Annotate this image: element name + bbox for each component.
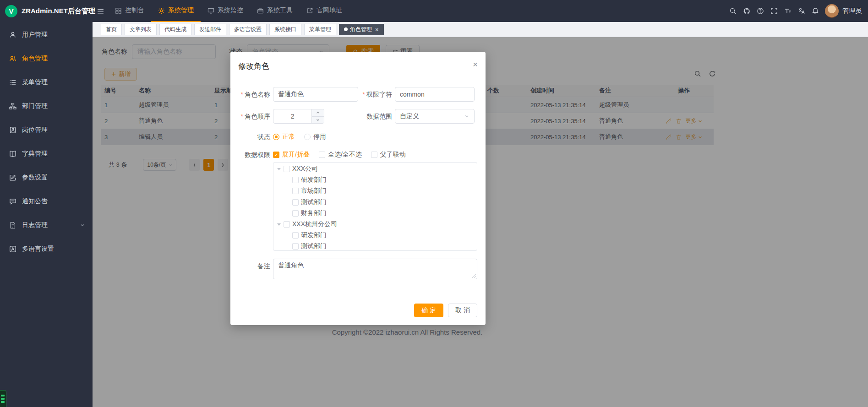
tab-articles[interactable]: 文章列表 [125, 24, 157, 35]
select-all-checkbox[interactable]: 全选/全不选 [319, 151, 362, 159]
tree-node-label: 市场部门 [301, 187, 327, 195]
tab-codegen[interactable]: 代码生成 [159, 24, 191, 35]
devtools-badge[interactable] [0, 390, 6, 407]
tree-node-label: XXX杭州分公司 [292, 220, 337, 228]
list-icon [9, 79, 16, 86]
tree-checkbox[interactable] [284, 166, 290, 172]
topnav-item-tools[interactable]: 系统工具 [250, 0, 300, 22]
github-button[interactable] [740, 0, 753, 22]
avatar[interactable] [825, 4, 839, 18]
remark-textarea[interactable]: 普通角色 [273, 259, 477, 279]
header-search-button[interactable] [726, 0, 740, 22]
tree-checkbox[interactable] [292, 210, 299, 217]
sidebar-item-departments[interactable]: 部门管理 [0, 94, 93, 118]
sidebar-item-label: 多语言设置 [22, 245, 54, 253]
tree-node-label: 财务部门 [301, 209, 327, 217]
tree-node[interactable]: 测试部门 [273, 197, 477, 208]
sidebar-item-i18n[interactable]: 多语言设置 [0, 237, 93, 261]
sidebar-item-users[interactable]: 用户管理 [0, 23, 93, 47]
tree-node-label: 测试部门 [301, 198, 327, 206]
chevron-down-icon [316, 118, 320, 122]
caret-down-icon[interactable] [277, 168, 281, 172]
notifications-button[interactable] [808, 0, 822, 22]
role-name-field[interactable]: 普通角色 [273, 87, 358, 102]
sidebar-menu: 用户管理 角色管理 菜单管理 部门管理 岗位管理 字典管理 参数设置 通知公告 [0, 22, 93, 261]
search-icon [729, 7, 737, 15]
tree-checkbox[interactable] [284, 221, 290, 228]
expand-collapse-checkbox[interactable]: ✓展开/折叠 [273, 151, 310, 159]
sidebar-item-notices[interactable]: 通知公告 [0, 190, 93, 213]
language-button[interactable] [795, 0, 808, 22]
topnav-item-label: 系统管理 [168, 6, 194, 15]
edit-square-icon [9, 174, 16, 181]
id-badge-icon [9, 126, 16, 134]
topnav-item-monitor[interactable]: 系统监控 [201, 0, 250, 22]
tree-checkbox[interactable] [292, 232, 299, 239]
topnav-item-website[interactable]: 官网地址 [300, 0, 349, 22]
app-logo[interactable]: V ZRAdmin.NET后台管理 [0, 0, 93, 22]
topnav-item-label: 系统工具 [267, 6, 293, 15]
decrease-button[interactable] [312, 117, 324, 124]
tree-checkbox[interactable] [292, 188, 299, 194]
help-button[interactable] [753, 0, 767, 22]
sidebar-item-label: 字典管理 [22, 150, 48, 158]
tree-node[interactable]: 测试部门 [273, 241, 477, 251]
confirm-button[interactable]: 确 定 [414, 304, 443, 317]
tab-roles[interactable]: 角色管理 × [339, 24, 384, 35]
tree-node[interactable]: XXX公司 [273, 163, 477, 174]
sidebar-item-logs[interactable]: 日志管理 [0, 213, 93, 237]
dashboard-icon [115, 7, 122, 14]
role-key-field[interactable]: common [395, 87, 475, 102]
role-sort-stepper[interactable]: 2 [273, 109, 324, 124]
dialog-footer: 确 定 取 消 [414, 304, 477, 317]
close-icon[interactable]: × [473, 60, 478, 70]
fullscreen-button[interactable] [767, 0, 781, 22]
tree-checkbox[interactable] [292, 177, 299, 183]
topnav-item-system[interactable]: 系统管理 [151, 0, 201, 22]
edit-role-dialog: 修改角色 × *角色名称 普通角色 *权限字符 common *角色顺序 2 数… [230, 52, 486, 325]
topnav-item-console[interactable]: 控制台 [108, 0, 151, 22]
username[interactable]: 管理员 [842, 7, 862, 15]
status-radio-disabled[interactable]: 停用 [304, 133, 326, 141]
language-a-icon [9, 245, 16, 253]
close-icon[interactable]: × [375, 27, 379, 33]
tab-i18n[interactable]: 多语言设置 [229, 24, 267, 35]
tree-node[interactable]: XXX杭州分公司 [273, 219, 477, 230]
tab-menus[interactable]: 菜单管理 [304, 24, 336, 35]
sidebar-item-roles[interactable]: 角色管理 [0, 47, 93, 71]
data-scope-select[interactable]: 自定义 [395, 109, 475, 124]
radio-unchecked-icon [304, 134, 311, 140]
tree-checkbox[interactable] [292, 199, 299, 206]
font-size-button[interactable] [781, 0, 795, 22]
chevron-down-icon [464, 114, 469, 119]
data-permission-options: ✓展开/折叠 全选/全不选 父子联动 [273, 151, 406, 159]
users-icon [9, 55, 16, 62]
tab-sendmail[interactable]: 发送邮件 [194, 24, 226, 35]
tab-home[interactable]: 首页 [101, 24, 122, 35]
sidebar-item-parameters[interactable]: 参数设置 [0, 166, 93, 190]
caret-down-icon[interactable] [277, 223, 281, 228]
resize-handle[interactable] [472, 274, 476, 278]
tree-node[interactable]: 研发部门 [273, 230, 477, 241]
document-icon [9, 222, 16, 229]
sidebar-item-label: 通知公告 [22, 197, 48, 206]
tree-node-label: XXX公司 [292, 165, 318, 173]
chevron-down-icon [80, 222, 85, 228]
tree-node[interactable]: 市场部门 [273, 185, 477, 196]
status-radio-normal[interactable]: 正常 [273, 133, 295, 141]
tab-api[interactable]: 系统接口 [269, 24, 301, 35]
topbar-actions: 管理员 [726, 0, 868, 22]
cancel-button[interactable]: 取 消 [448, 304, 477, 317]
sidebar-item-menus[interactable]: 菜单管理 [0, 71, 93, 94]
remark-label: 备注 [230, 261, 270, 271]
sidebar-item-posts[interactable]: 岗位管理 [0, 118, 93, 142]
increase-button[interactable] [312, 109, 324, 117]
sidebar-item-dictionary[interactable]: 字典管理 [0, 142, 93, 166]
fullscreen-icon [770, 7, 778, 15]
tags-view-bar: 首页 文章列表 代码生成 发送邮件 多语言设置 系统接口 菜单管理 角色管理 × [93, 22, 868, 37]
tree-checkbox[interactable] [292, 243, 299, 250]
status-label: 状态 [230, 133, 270, 141]
tree-node[interactable]: 财务部门 [273, 208, 477, 219]
parent-child-link-checkbox[interactable]: 父子联动 [371, 151, 406, 159]
tree-node[interactable]: 研发部门 [273, 174, 477, 185]
